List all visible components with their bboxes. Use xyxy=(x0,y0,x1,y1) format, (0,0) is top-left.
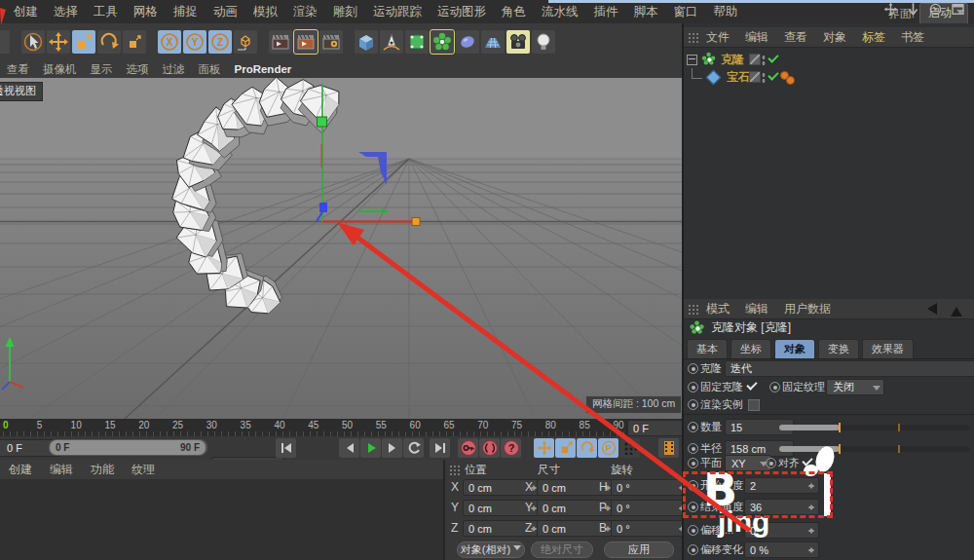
count-slider[interactable] xyxy=(779,425,969,430)
move-tool-button[interactable] xyxy=(47,30,70,54)
scale-tool-button[interactable] xyxy=(72,30,95,54)
viewport-maximize-button[interactable] xyxy=(950,1,966,17)
key-parameter-toggle[interactable]: P xyxy=(598,438,618,458)
coordinate-system-button[interactable] xyxy=(234,30,257,54)
menu-item-8[interactable]: 雕刻 xyxy=(333,4,357,20)
fix-texture-dropdown[interactable]: 关闭 xyxy=(826,379,884,395)
anim-dot-icon[interactable] xyxy=(769,382,780,392)
object-row-cloner[interactable]: 克隆 xyxy=(684,51,974,68)
keying-options-button[interactable] xyxy=(619,438,640,458)
layer-toggle-icon[interactable] xyxy=(749,71,761,83)
history-up-icon[interactable] xyxy=(951,301,962,317)
light-button[interactable] xyxy=(532,30,555,54)
next-key-button[interactable] xyxy=(382,438,402,458)
material-menu-item-1[interactable]: 编辑 xyxy=(50,462,73,478)
menu-item-4[interactable]: 捕捉 xyxy=(173,4,198,20)
material-menu-item-0[interactable]: 创建 xyxy=(9,462,32,478)
preview-range-slider[interactable]: 0 F 90 F xyxy=(49,439,207,456)
subdivision-surface-button[interactable] xyxy=(405,30,429,54)
render-settings-button[interactable] xyxy=(319,30,343,54)
play-button[interactable] xyxy=(360,438,381,458)
menu-item-5[interactable]: 动画 xyxy=(213,4,238,20)
anim-dot-icon[interactable] xyxy=(688,458,698,468)
viewport-menu-item-1[interactable]: 摄像机 xyxy=(43,62,77,77)
tab-2[interactable]: 对象 xyxy=(774,339,815,359)
offset-variation-field[interactable]: 0 % xyxy=(744,541,819,558)
anim-dot-icon[interactable] xyxy=(688,422,698,432)
tab-0[interactable]: 基本 xyxy=(687,339,728,359)
object-row-gem[interactable]: 宝石 xyxy=(684,68,974,86)
tab-3[interactable]: 变换 xyxy=(818,339,859,359)
om-menu-item-2[interactable]: 查看 xyxy=(784,29,807,46)
clone-mode-field[interactable]: 迭代 xyxy=(725,360,974,377)
render-picture-viewer-button[interactable] xyxy=(294,30,318,54)
spinner-icon[interactable] xyxy=(808,526,815,536)
loop-button[interactable] xyxy=(403,438,424,458)
timeline-window-button[interactable] xyxy=(658,438,679,458)
om-menu-item-5[interactable]: 书签 xyxy=(901,29,924,46)
environment-floor-button[interactable] xyxy=(481,30,505,54)
record-keyframe-button[interactable] xyxy=(458,438,478,458)
enable-check-icon[interactable] xyxy=(768,69,778,80)
menu-item-10[interactable]: 运动图形 xyxy=(437,4,486,20)
axis-lock-x-button[interactable]: X xyxy=(158,30,181,54)
mograph-cloner-button[interactable] xyxy=(431,30,454,54)
viewport-menu-item-6[interactable]: ProRender xyxy=(235,63,292,75)
anim-dot-icon[interactable] xyxy=(688,544,698,555)
anim-dot-icon[interactable] xyxy=(766,458,776,468)
viewport-pan-button[interactable] xyxy=(882,1,899,17)
spline-pen-button[interactable] xyxy=(380,30,403,54)
object-name[interactable]: 宝石 xyxy=(727,69,750,86)
om-menu-item-0[interactable]: 文件 xyxy=(706,29,730,46)
menu-item-11[interactable]: 角色 xyxy=(502,4,526,20)
viewport-menu-item-5[interactable]: 面板 xyxy=(199,62,221,77)
anim-dot-icon[interactable] xyxy=(688,382,698,392)
primitive-cube-button[interactable] xyxy=(355,30,378,54)
viewport-zoom-button[interactable] xyxy=(905,1,921,17)
keyframe-selection-button[interactable]: ? xyxy=(501,438,521,458)
tag-icon[interactable] xyxy=(786,76,795,85)
om-menu-item-1[interactable]: 编辑 xyxy=(745,29,768,46)
panel-grip-icon[interactable] xyxy=(449,464,460,476)
viewport-menu-item-2[interactable]: 显示 xyxy=(91,62,113,77)
menu-item-15[interactable]: 窗口 xyxy=(674,4,698,20)
perspective-viewport[interactable]: 透视视图 网格间距 : 100 cm xyxy=(0,78,682,419)
object-name[interactable]: 克隆 xyxy=(721,52,744,68)
material-list-area[interactable] xyxy=(0,479,443,560)
undo-button[interactable] xyxy=(0,30,10,54)
timeline-ruler[interactable]: 051015202530354045505560657075808590 xyxy=(0,419,682,437)
coord-field-rp[interactable]: 0 ° xyxy=(611,500,690,516)
goto-start-button[interactable] xyxy=(276,438,296,458)
checkbox-checked-icon[interactable] xyxy=(746,379,757,390)
anim-dot-icon[interactable] xyxy=(688,443,698,454)
goto-end-button[interactable] xyxy=(430,438,450,458)
menu-item-1[interactable]: 选择 xyxy=(54,4,78,20)
key-rotation-toggle[interactable] xyxy=(577,438,597,458)
anim-dot-icon[interactable] xyxy=(688,525,698,536)
layer-toggle-icon[interactable] xyxy=(749,54,761,65)
coord-field-rh[interactable]: 0 ° xyxy=(611,479,690,496)
material-menu-item-2[interactable]: 功能 xyxy=(91,462,114,478)
om-menu-item-3[interactable]: 对象 xyxy=(823,29,846,46)
radius-slider[interactable] xyxy=(779,446,969,452)
anim-dot-icon[interactable] xyxy=(688,363,698,374)
tab-4[interactable]: 效果器 xyxy=(862,339,914,359)
key-scale-toggle[interactable] xyxy=(555,438,576,458)
attr-menu-item-1[interactable]: 编辑 xyxy=(745,301,768,317)
axis-lock-y-button[interactable]: Y xyxy=(183,30,206,54)
attr-menu-item-0[interactable]: 模式 xyxy=(706,301,730,317)
spinner-icon[interactable] xyxy=(808,545,815,555)
menu-item-3[interactable]: 网格 xyxy=(133,4,158,20)
key-position-toggle[interactable] xyxy=(534,438,554,458)
coord-field-rb[interactable]: 0 ° xyxy=(611,520,690,537)
panel-grip-icon[interactable] xyxy=(688,303,698,316)
menu-item-2[interactable]: 工具 xyxy=(94,4,118,20)
material-menu-item-3[interactable]: 纹理 xyxy=(131,462,155,478)
autokey-button[interactable] xyxy=(479,438,500,458)
menu-item-6[interactable]: 模拟 xyxy=(253,4,278,20)
menu-item-7[interactable]: 渲染 xyxy=(293,4,318,20)
anim-dot-icon[interactable] xyxy=(688,399,698,410)
last-tool-button[interactable] xyxy=(123,30,146,54)
viewport-menu-item-4[interactable]: 过滤 xyxy=(163,62,185,77)
history-back-icon[interactable] xyxy=(921,303,937,315)
